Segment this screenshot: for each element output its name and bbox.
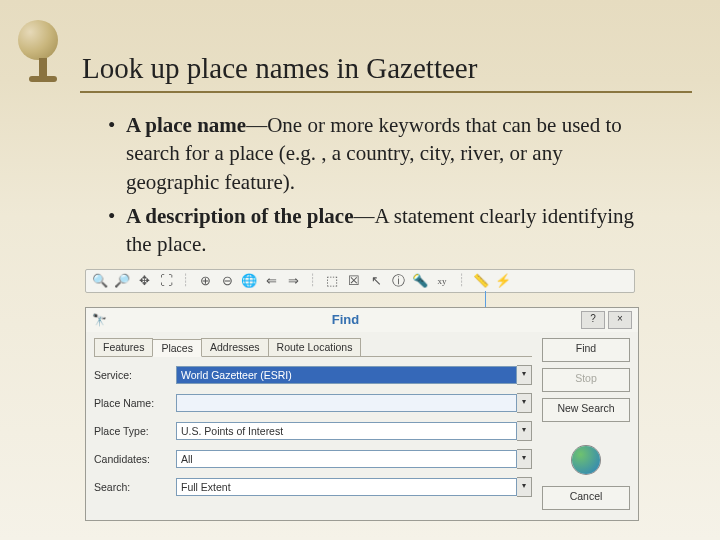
search-label: Search: xyxy=(94,481,176,493)
help-button[interactable]: ? xyxy=(581,311,605,329)
place-type-label: Place Type: xyxy=(94,425,176,437)
tab-route-locations[interactable]: Route Locations xyxy=(268,338,362,356)
zoom-in-icon[interactable]: 🔍 xyxy=(92,273,108,289)
hyperlink-icon[interactable]: ⚡ xyxy=(495,273,511,289)
tab-addresses[interactable]: Addresses xyxy=(201,338,269,356)
place-name-label: Place Name: xyxy=(94,397,176,409)
bullet-item: A description of the place—A statement c… xyxy=(108,202,660,259)
arcmap-toolbar: 🔍 🔎 ✥ ⛶ ┊ ⊕ ⊖ 🌐 ⇐ ⇒ ┊ ⬚ ☒ ↖ ⓘ 🔦 xy ┊ 📏 ⚡ xyxy=(85,269,635,293)
identify-icon[interactable]: ⓘ xyxy=(390,273,406,289)
chevron-down-icon[interactable]: ▾ xyxy=(517,365,532,385)
globe-icon[interactable]: 🌐 xyxy=(241,273,257,289)
fixed-zoom-out-icon[interactable]: ⊖ xyxy=(219,273,235,289)
binoculars-icon: 🔭 xyxy=(92,313,107,327)
chevron-down-icon[interactable]: ▾ xyxy=(517,449,532,469)
chevron-down-icon[interactable]: ▾ xyxy=(517,477,532,497)
bullet-item: A place name—One or more keywords that c… xyxy=(108,111,660,196)
separator-icon: ┊ xyxy=(456,273,467,288)
find-icon[interactable]: 🔦 xyxy=(412,273,428,289)
back-arrow-icon[interactable]: ⇐ xyxy=(263,273,279,289)
find-dialog: 🔭 Find ? × Features Places Addresses Rou… xyxy=(85,307,639,521)
service-field[interactable]: World Gazetteer (ESRI) xyxy=(176,366,517,384)
bullet-content: A place name—One or more keywords that c… xyxy=(0,93,720,259)
zoom-out-icon[interactable]: 🔎 xyxy=(114,273,130,289)
measure-icon[interactable]: 📏 xyxy=(473,273,489,289)
slide-title: Look up place names in Gazetteer xyxy=(0,0,720,91)
full-extent-icon[interactable]: ⛶ xyxy=(158,273,174,289)
place-name-field[interactable] xyxy=(176,394,517,412)
chevron-down-icon[interactable]: ▾ xyxy=(517,421,532,441)
stop-button[interactable]: Stop xyxy=(542,368,630,392)
close-button[interactable]: × xyxy=(608,311,632,329)
tab-places[interactable]: Places xyxy=(152,339,202,357)
slide-globe-decoration xyxy=(18,20,68,90)
clear-icon[interactable]: ☒ xyxy=(346,273,362,289)
chevron-down-icon[interactable]: ▾ xyxy=(517,393,532,413)
dialog-title: Find xyxy=(113,312,578,327)
service-label: Service: xyxy=(94,369,176,381)
xy-icon[interactable]: xy xyxy=(434,273,450,289)
callout-line xyxy=(85,293,635,307)
tab-features[interactable]: Features xyxy=(94,338,153,356)
find-button[interactable]: Find xyxy=(542,338,630,362)
pan-icon[interactable]: ✥ xyxy=(136,273,152,289)
candidates-field[interactable]: All xyxy=(176,450,517,468)
pointer-icon[interactable]: ↖ xyxy=(368,273,384,289)
place-type-field[interactable]: U.S. Points of Interest xyxy=(176,422,517,440)
separator-icon: ┊ xyxy=(180,273,191,288)
new-search-button[interactable]: New Search xyxy=(542,398,630,422)
separator-icon: ┊ xyxy=(307,273,318,288)
cancel-button[interactable]: Cancel xyxy=(542,486,630,510)
fixed-zoom-in-icon[interactable]: ⊕ xyxy=(197,273,213,289)
forward-arrow-icon[interactable]: ⇒ xyxy=(285,273,301,289)
select-icon[interactable]: ⬚ xyxy=(324,273,340,289)
search-field[interactable]: Full Extent xyxy=(176,478,517,496)
candidates-label: Candidates: xyxy=(94,453,176,465)
globe-graphic-icon xyxy=(572,446,600,474)
